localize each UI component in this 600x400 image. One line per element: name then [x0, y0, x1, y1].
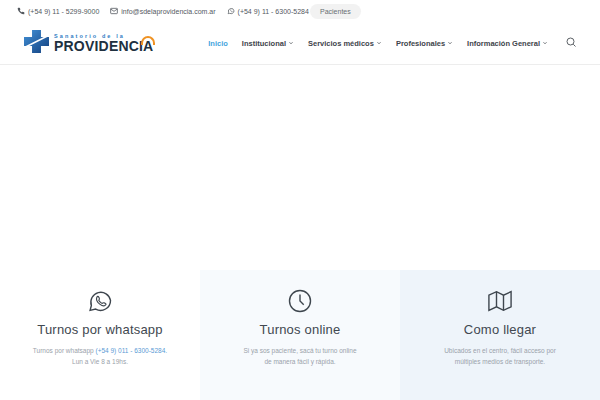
chevron-down-icon	[288, 39, 294, 48]
nav-item-inicio[interactable]: Inicio	[208, 39, 228, 48]
nav-item-servicios-medicos[interactable]: Servicios médicos	[308, 39, 382, 48]
pacientes-button[interactable]: Pacientes	[310, 4, 361, 19]
chevron-down-icon	[542, 39, 548, 48]
whatsapp-icon	[0, 287, 200, 315]
card-body: Turnos por whatsapp (+54 9) 011 - 6300-5…	[0, 345, 200, 367]
topbar-whatsapp-text: (+54 9) 11 - 6300-5284	[238, 8, 309, 15]
topbar: (+54 9) 11 - 5299-9000 info@sdelaprovide…	[0, 0, 600, 22]
topbar-email-text: info@sdelaprovidencia.com.ar	[121, 8, 215, 15]
whatsapp-number-link[interactable]: (+54 9) 011 - 6300-5284.	[96, 347, 168, 354]
mail-icon	[110, 7, 118, 15]
chevron-down-icon	[376, 39, 382, 48]
card-body-line2: de manera fácil y rápida.	[200, 356, 400, 367]
whatsapp-icon	[227, 7, 235, 15]
card-body-line1: Si ya sos paciente, sacá tu turno online	[200, 345, 400, 356]
card-title: Turnos online	[200, 322, 400, 337]
search-icon	[565, 36, 577, 51]
topbar-email-link[interactable]: info@sdelaprovidencia.com.ar	[110, 7, 215, 15]
nav-item-informacion-general[interactable]: Información General	[467, 39, 548, 48]
card-body-line1: Ubicados en el centro, fácil acceso por	[400, 345, 600, 356]
nav-item-profesionales[interactable]: Profesionales	[396, 39, 453, 48]
card-como-llegar: Como llegar Ubicados en el centro, fácil…	[400, 270, 600, 400]
card-title: Como llegar	[400, 322, 600, 337]
logo-cross-icon	[23, 29, 50, 58]
card-body-line2: múltiples medios de transporte.	[400, 356, 600, 367]
logo[interactable]: Sanatorio de la PROVIDENCIA	[23, 29, 153, 58]
card-turnos-online: Turnos online Si ya sos paciente, sacá t…	[200, 270, 400, 400]
card-turnos-whatsapp: Turnos por whatsapp Turnos por whatsapp …	[0, 270, 200, 400]
clock-icon	[200, 287, 400, 315]
topbar-phone-link[interactable]: (+54 9) 11 - 5299-9000	[17, 7, 99, 15]
map-icon	[400, 287, 600, 315]
card-body-text: Turnos por whatsapp	[33, 347, 96, 354]
nav-item-institucional[interactable]: Institucional	[242, 39, 294, 48]
card-body-line2: Lun a Vie 8 a 19hs.	[0, 356, 200, 367]
card-body: Ubicados en el centro, fácil acceso por …	[400, 345, 600, 367]
site-header: Sanatorio de la PROVIDENCIA Inicio Insti…	[0, 22, 600, 65]
chevron-down-icon	[447, 39, 453, 48]
main-nav: Inicio Institucional Servicios médicos P…	[208, 36, 577, 51]
topbar-whatsapp-link[interactable]: (+54 9) 11 - 6300-5284	[227, 7, 309, 15]
card-title: Turnos por whatsapp	[0, 322, 200, 337]
search-button[interactable]	[565, 36, 577, 51]
page: (+54 9) 11 - 5299-9000 info@sdelaprovide…	[0, 0, 600, 400]
hero-area	[0, 66, 600, 270]
feature-cards: Turnos por whatsapp Turnos por whatsapp …	[0, 270, 600, 400]
card-body: Si ya sos paciente, sacá tu turno online…	[200, 345, 400, 367]
phone-icon	[17, 7, 25, 15]
topbar-phone-text: (+54 9) 11 - 5299-9000	[28, 8, 99, 15]
logo-text: Sanatorio de la PROVIDENCIA	[54, 33, 153, 53]
logo-name: PROVIDENCIA	[54, 40, 153, 53]
